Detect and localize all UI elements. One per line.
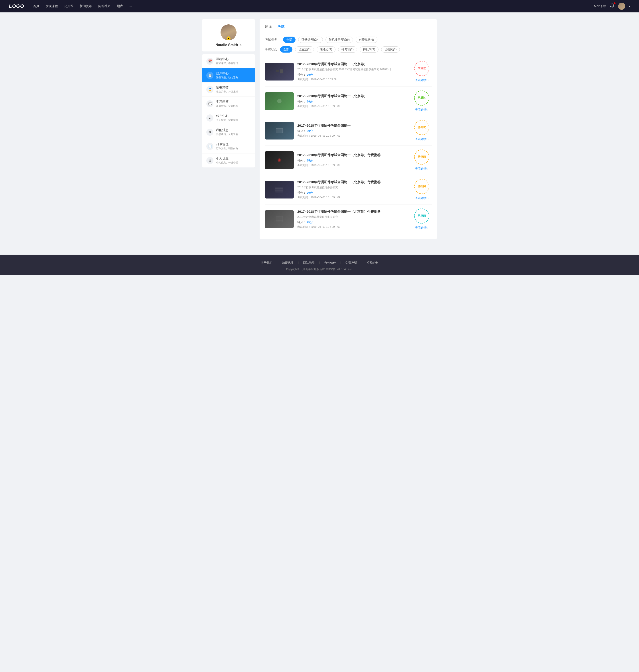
- exam-title-2: 2017–2018年行测证件考试全国统一（北京卷）: [297, 94, 408, 98]
- exam-time-3: 考试时间：2019–05–03 10：09：09: [297, 134, 408, 138]
- exam-badge-pending-3: 待考试: [414, 120, 429, 135]
- exam-thumbnail-2: [265, 92, 294, 110]
- header: LOGO 首页 发现课程 公开课 新闻资讯 问答社区 题库 ··· APP下载 …: [0, 0, 639, 12]
- exam-info-3: 2017–2018年行测证件考试全国统一 得分： 99分 考试时间：2019–0…: [297, 124, 408, 138]
- profile-edit-icon[interactable]: ✎: [239, 44, 241, 47]
- exam-title-6: 2017–2018年行测证件考试全国统一（北京卷）付费批卷: [297, 210, 408, 214]
- sidebar-order-subtitle: 订单支出、明明白白: [216, 147, 238, 150]
- sidebar-cert-title: 证书荣誉: [216, 85, 238, 90]
- sidebar-message-icon: ✉: [206, 129, 214, 136]
- sidebar-item-settings[interactable]: ⚙ 个人设置 个人信息、一键管理: [202, 154, 255, 167]
- exam-detail-link-3[interactable]: 查看详情 ›: [415, 137, 428, 141]
- sidebar-profile: ★ Natalie Smith ✎: [202, 19, 255, 51]
- nav-questionbank[interactable]: 题库: [117, 4, 123, 8]
- sidebar-item-order[interactable]: 📄 订单管理 订单支出、明明白白: [202, 139, 255, 154]
- filter-status-passed[interactable]: 已通过(2): [295, 46, 314, 52]
- sidebar-cert-text: 证书荣誉 收获荣誉、持证上岗: [216, 85, 238, 93]
- sidebar-item-course[interactable]: 📅 课程中心 精彩课程、不容错过: [202, 54, 255, 68]
- footer-link-about[interactable]: 关于我们: [261, 261, 272, 265]
- chevron-right-icon: ›: [427, 79, 428, 82]
- exam-status-1: 未通过 查看详情 ›: [412, 61, 432, 82]
- exam-detail-link-6[interactable]: 查看详情 ›: [415, 226, 428, 230]
- tab-questionbank[interactable]: 题库: [265, 25, 272, 32]
- app-download-link[interactable]: APP下载: [594, 4, 606, 8]
- filter-status-all[interactable]: 全部: [280, 46, 293, 52]
- sidebar-item-account[interactable]: ♦ 账户中心 个人权益、实时掌握: [202, 111, 255, 125]
- exam-detail-link-1[interactable]: 查看详情 ›: [415, 78, 428, 82]
- sidebar-cert-subtitle: 收获荣誉、持证上岗: [216, 90, 238, 93]
- sidebar-item-cert[interactable]: 🏅 证书荣誉 收获荣誉、持证上岗: [202, 82, 255, 97]
- sidebar-item-studyqa[interactable]: 💬 学习问答 课后重温、疑难解答: [202, 97, 255, 111]
- profile-level-badge: ★: [227, 36, 231, 41]
- tab-exam[interactable]: 考试: [277, 25, 284, 32]
- sidebar-item-questionbank[interactable]: 📋 题库中心 海量习题、助力通关: [202, 68, 255, 82]
- nav-discover[interactable]: 发现课程: [46, 4, 58, 8]
- filter-type-all[interactable]: 全部: [283, 36, 296, 43]
- footer-link-disclaimer[interactable]: 免责声明: [345, 261, 357, 265]
- filter-type-paid[interactable]: 付费批卷(6): [356, 36, 377, 43]
- nav-open-course[interactable]: 公开课: [64, 4, 74, 8]
- filter-status-reviewed[interactable]: 已批阅(2): [381, 46, 400, 52]
- nav-news[interactable]: 新闻资讯: [80, 4, 92, 8]
- filter-type-cert[interactable]: 证书类考试(4): [298, 36, 323, 43]
- exam-score-4: 得分： 25分: [297, 159, 408, 163]
- exam-info-6: 2017–2018年行测证件考试全国统一（北京卷）付费批卷 2018年行测考试是…: [297, 210, 408, 229]
- filter-status-pending[interactable]: 待考试(2): [338, 46, 357, 52]
- exam-score-2: 得分： 99分: [297, 100, 408, 103]
- exam-desc-1: 2018年行测考试是最值得多去研究 2018年行测考试是最值得多去研究 2018…: [297, 68, 399, 71]
- exam-status-label: 考试状态: [265, 47, 277, 51]
- notification-bell[interactable]: [610, 3, 614, 9]
- sidebar-course-subtitle: 精彩课程、不容错过: [216, 62, 238, 65]
- main-nav: 首页 发现课程 公开课 新闻资讯 问答社区 题库 ···: [33, 4, 594, 8]
- exam-status-6: 已批阅 查看详情 ›: [412, 208, 432, 230]
- exam-detail-link-4[interactable]: 查看详情 ›: [415, 167, 428, 171]
- svg-point-6: [278, 159, 280, 161]
- footer-link-sitemap[interactable]: 网站地图: [303, 261, 315, 265]
- exam-badge-pass-2: 已通过: [414, 91, 429, 106]
- user-menu-chevron[interactable]: ▾: [629, 5, 630, 8]
- sidebar-order-text: 订单管理 订单支出、明明白白: [216, 142, 238, 150]
- sidebar-settings-title: 个人设置: [216, 157, 238, 161]
- exam-item: 2017–2018年行测证件考试全国统一（北京卷） 2018年行测考试是最值得多…: [265, 57, 432, 86]
- exam-info-1: 2017–2018年行测证件考试全国统一（北京卷） 2018年行测考试是最值得多…: [297, 62, 408, 81]
- svg-rect-2: [280, 69, 283, 74]
- sidebar-studyqa-title: 学习问答: [216, 100, 238, 104]
- filter-type-random[interactable]: 随机抽题考试(5): [326, 36, 353, 43]
- sidebar-account-text: 账户中心 个人权益、实时掌握: [216, 114, 238, 122]
- sidebar-studyqa-subtitle: 课后重温、疑难解答: [216, 104, 238, 108]
- exam-badge-fail-1: 未通过: [414, 61, 429, 76]
- exam-type-filter-row: 考试类型： 全部 证书类考试(4) 随机抽题考试(5) 付费批卷(6): [265, 36, 432, 43]
- sidebar-course-icon: 📅: [206, 58, 214, 65]
- exam-title-5: 2017–2018年行测证件考试全国统一（北京卷）付费批卷: [297, 180, 408, 184]
- exam-detail-link-5[interactable]: 查看详情 ›: [415, 196, 428, 200]
- footer-link-partner[interactable]: 合作伙伴: [324, 261, 336, 265]
- sidebar-questionbank-text: 题库中心 海量习题、助力通关: [216, 71, 238, 79]
- exam-time-1: 考试时间：2019–05–03 10:09:09: [297, 78, 408, 81]
- notification-badge: [614, 2, 615, 4]
- nav-home[interactable]: 首页: [33, 4, 39, 8]
- footer-link-jobs[interactable]: 招贤纳士: [367, 261, 378, 265]
- exam-item: 2017–2018年行测证件考试全国统一（北京卷）付费批卷 2018年行测考试是…: [265, 175, 432, 205]
- content-tabs: 题库 考试: [265, 25, 432, 32]
- sidebar-item-message[interactable]: ✉ 我的消息 消息通知、及时了解: [202, 125, 255, 139]
- exam-thumbnail-4: [265, 151, 294, 169]
- filter-status-awaiting-review[interactable]: 待批阅(2): [360, 46, 378, 52]
- sidebar-account-icon: ♦: [206, 114, 214, 122]
- footer-link-franchise[interactable]: 加盟代理: [282, 261, 294, 265]
- avatar-image: [618, 3, 625, 10]
- sidebar-account-title: 账户中心: [216, 114, 238, 118]
- nav-qa[interactable]: 问答社区: [98, 4, 111, 8]
- sidebar: ★ Natalie Smith ✎ 📅 课程中心 精彩课程、不容错过 📋 题库中…: [202, 19, 255, 239]
- filter-status-failed[interactable]: 未通过(2): [317, 46, 336, 52]
- user-avatar[interactable]: [618, 3, 625, 10]
- exam-score-5: 得分： 99分: [297, 191, 408, 195]
- sidebar-order-title: 订单管理: [216, 142, 238, 146]
- exam-detail-link-2[interactable]: 查看详情 ›: [415, 108, 428, 112]
- exam-item: 2017–2018年行测证件考试全国统一（北京卷）付费批卷 得分： 25分 考试…: [265, 145, 432, 175]
- sidebar-questionbank-subtitle: 海量习题、助力通关: [216, 76, 238, 79]
- sidebar-course-text: 课程中心 精彩课程、不容错过: [216, 57, 238, 65]
- exam-thumbnail-5: [265, 181, 294, 198]
- logo[interactable]: LOGO: [9, 3, 24, 9]
- nav-more[interactable]: ···: [129, 4, 132, 8]
- footer: 关于我们 | 加盟代理 | 网站地图 | 合作伙伴 | 免责声明 | 招贤纳士 …: [0, 255, 639, 275]
